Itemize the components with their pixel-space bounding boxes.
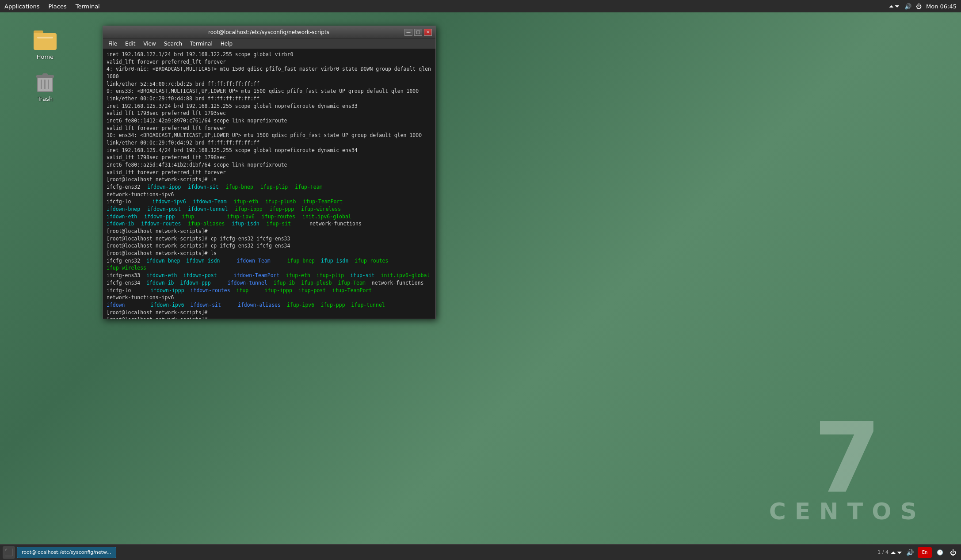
- maximize-button[interactable]: □: [414, 29, 422, 36]
- ls2-row-2: ifcfg-ens33 ifdown-eth ifdown-post ifdow…: [107, 272, 432, 279]
- line-1: inet 192.168.122.1/24 brd 192.168.122.25…: [107, 51, 432, 58]
- centos-text: CENTOS: [769, 498, 926, 525]
- taskbar: ⬛ root@localhost:/etc/sysconfig/netw... …: [0, 544, 961, 560]
- cmd-blank-1: [root@localhost network-scripts]#: [107, 228, 432, 235]
- trash-icon-label: Trash: [38, 95, 53, 102]
- line-15: inet6 fe80::a25d:4f31:41b2:d1bf/64 scope…: [107, 161, 432, 169]
- ls2-row-4: ifcfg-lo ifdown-ippp ifdown-routes ifup …: [107, 287, 432, 301]
- line-13: inet 192.168.125.4/24 brd 192.168.125.25…: [107, 147, 432, 154]
- svg-rect-5: [44, 80, 46, 89]
- ls-row-1: ifcfg-ens32 ifdown-ippp ifdown-sit ifup-…: [107, 183, 432, 198]
- volume-icon[interactable]: 🔊: [904, 3, 911, 10]
- ls2-row-3: ifcfg-ens34 ifdown-ib ifdown-ppp ifdown-…: [107, 279, 432, 287]
- svg-rect-3: [42, 73, 48, 76]
- line-9: inet6 fe80::1412:42a9:8970:c761/64 scope…: [107, 117, 432, 125]
- taskbar-window-label: root@localhost:/etc/sysconfig/netw...: [22, 549, 111, 555]
- menu-search[interactable]: Search: [160, 40, 186, 48]
- terminal-content[interactable]: inet 192.168.122.1/24 brd 192.168.122.25…: [103, 49, 435, 319]
- taskbar-right: 1 / 4 ⏶⏷ 🔊 En 🕐 ⏻: [877, 547, 958, 558]
- taskbar-power-icon[interactable]: ⏻: [948, 547, 958, 558]
- trash-icon-image: [34, 71, 57, 94]
- menu-applications[interactable]: Applications: [4, 3, 39, 10]
- line-3: 4: virbr0-nic: <BROADCAST,MULTICAST> mtu…: [107, 65, 432, 80]
- menu-places[interactable]: Places: [48, 3, 66, 10]
- cmd-cp-2: [root@localhost network-scripts]# cp ifc…: [107, 242, 432, 250]
- taskbar-window-item[interactable]: root@localhost:/etc/sysconfig/netw...: [17, 547, 116, 558]
- home-folder-image: [34, 29, 57, 52]
- line-14: valid_lft 1798sec preferred_lft 1798sec: [107, 154, 432, 161]
- menu-view[interactable]: View: [140, 40, 159, 48]
- line-7: inet 192.168.125.3/24 brd 192.168.125.25…: [107, 103, 432, 110]
- ls-row-5: ifdown-ib ifdown-routes ifup-aliases ifu…: [107, 220, 432, 228]
- terminal-window: root@localhost:/etc/sysconfig/network-sc…: [103, 26, 436, 319]
- taskbar-keyboard-icon[interactable]: En: [918, 547, 932, 558]
- menu-edit[interactable]: Edit: [122, 40, 139, 48]
- taskbar-clock-icon[interactable]: 🕐: [934, 547, 945, 558]
- cmd-blank-3: [root@localhost network-scripts]#: [107, 316, 432, 319]
- line-5: 9: ens33: <BROADCAST,MULTICAST,UP,LOWER_…: [107, 88, 432, 95]
- terminal-titlebar: root@localhost:/etc/sysconfig/network-sc…: [103, 26, 435, 38]
- power-icon[interactable]: ⏻: [916, 3, 922, 10]
- centos-number: 7: [769, 410, 926, 507]
- menu-terminal-menu[interactable]: Terminal: [187, 40, 216, 48]
- ls-row-4: ifdown-eth ifdown-ppp ifup ifup-ipv6 ifu…: [107, 213, 432, 221]
- close-button[interactable]: ✕: [424, 29, 432, 36]
- home-icon-label: Home: [37, 53, 53, 60]
- topbar-left: Applications Places Terminal: [4, 3, 100, 10]
- line-4: link/ether 52:54:00:7c:bd:25 brd ff:ff:f…: [107, 80, 432, 88]
- taskbar-volume-icon[interactable]: 🔊: [904, 547, 915, 558]
- svg-rect-4: [41, 80, 42, 89]
- terminal-taskbar-icon: ⬛: [4, 548, 13, 556]
- line-8: valid_lft 1793sec preferred_lft 1793sec: [107, 110, 432, 117]
- pager: 1 / 4: [877, 549, 889, 555]
- line-10: valid_lft forever preferred_lft forever: [107, 125, 432, 132]
- ls2-row-5: ifdown ifdown-ipv6 ifdown-sit ifdown-ali…: [107, 301, 432, 309]
- ls-row-3: ifdown-bnep ifdown-post ifdown-tunnel if…: [107, 206, 432, 213]
- network-icon: ⏶⏷: [889, 3, 900, 10]
- line-2: valid_lft forever preferred_lft forever: [107, 58, 432, 66]
- cmd-ls-2: [root@localhost network-scripts]# ls: [107, 250, 432, 257]
- line-16: valid_lft forever preferred_lft forever: [107, 169, 432, 176]
- cmd-blank-2: [root@localhost network-scripts]#: [107, 309, 432, 316]
- taskbar-app-icon[interactable]: ⬛: [3, 546, 15, 559]
- home-desktop-icon[interactable]: Home: [27, 29, 63, 60]
- clock: Mon 06:45: [926, 3, 957, 10]
- ls2-row-1: ifcfg-ens32 ifdown-bnep ifdown-isdn ifdo…: [107, 257, 432, 272]
- minimize-button[interactable]: —: [404, 29, 412, 36]
- ls-prompt-1: [root@localhost network-scripts]# ls: [107, 176, 432, 183]
- svg-rect-6: [48, 80, 49, 89]
- menu-file[interactable]: File: [105, 40, 121, 48]
- ls-row-2: ifcfg-lo ifdown-ipv6 ifdown-Team ifup-et…: [107, 198, 432, 206]
- trash-desktop-icon[interactable]: Trash: [27, 71, 63, 102]
- line-12: link/ether 00:0c:29:f0:d4:92 brd ff:ff:f…: [107, 139, 432, 147]
- window-controls: — □ ✕: [404, 29, 432, 36]
- terminal-title: root@localhost:/etc/sysconfig/network-sc…: [133, 29, 404, 35]
- centos-watermark: 7 CENTOS: [769, 410, 926, 525]
- menu-help[interactable]: Help: [217, 40, 236, 48]
- topbar: Applications Places Terminal ⏶⏷ 🔊 ⏻ Mon …: [0, 0, 961, 12]
- line-11: 10: ens34: <BROADCAST,MULTICAST,UP,LOWER…: [107, 132, 432, 139]
- cmd-cp-1: [root@localhost network-scripts]# cp ifc…: [107, 235, 432, 243]
- topbar-right: ⏶⏷ 🔊 ⏻ Mon 06:45: [889, 3, 957, 10]
- menu-terminal[interactable]: Terminal: [76, 3, 100, 10]
- line-6: link/ether 00:0c:29:f0:d4:88 brd ff:ff:f…: [107, 95, 432, 103]
- terminal-menubar: File Edit View Search Terminal Help: [103, 38, 435, 49]
- network-status-icon[interactable]: ⏶⏷: [891, 547, 902, 558]
